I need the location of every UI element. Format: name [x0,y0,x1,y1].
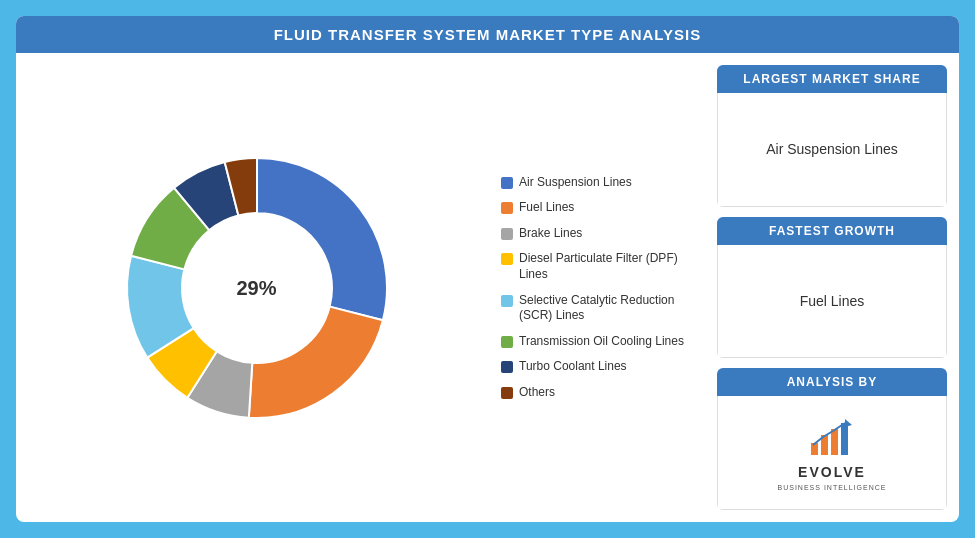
analysis-by-header: ANALYSIS BY [717,368,947,396]
right-panel: LARGEST MARKET SHARE Air Suspension Line… [717,65,947,510]
svg-rect-3 [841,423,848,455]
legend-label: Selective Catalytic Reduction (SCR) Line… [519,293,701,324]
largest-market-share-card: LARGEST MARKET SHARE Air Suspension Line… [717,65,947,207]
legend-color [501,336,513,348]
legend-item: Fuel Lines [501,200,701,216]
svg-rect-2 [831,429,838,455]
card-body: 29% Air Suspension LinesFuel LinesBrake … [16,53,959,522]
legend-color [501,387,513,399]
legend-color [501,295,513,307]
legend-item: Diesel Particulate Filter (DPF) Lines [501,251,701,282]
legend-label: Transmission Oil Cooling Lines [519,334,684,350]
analysis-by-logo: EVOLVE BUSINESS INTELLIGENCE [717,396,947,510]
legend-label: Others [519,385,555,401]
legend-color [501,253,513,265]
legend-label: Turbo Coolant Lines [519,359,627,375]
chart-section: 29% [28,65,485,510]
legend-item: Others [501,385,701,401]
main-card: FLUID TRANSFER SYSTEM MARKET TYPE ANALYS… [16,16,959,522]
fastest-growth-header: FASTEST GROWTH [717,217,947,245]
largest-market-share-header: LARGEST MARKET SHARE [717,65,947,93]
chart-title: FLUID TRANSFER SYSTEM MARKET TYPE ANALYS… [16,16,959,53]
donut-chart: 29% [107,138,407,438]
legend-color [501,202,513,214]
legend-item: Transmission Oil Cooling Lines [501,334,701,350]
legend-item: Turbo Coolant Lines [501,359,701,375]
legend-color [501,228,513,240]
svg-marker-4 [845,419,852,427]
legend-color [501,361,513,373]
legend-label: Air Suspension Lines [519,175,632,191]
evolve-icon [807,415,857,460]
fastest-growth-value: Fuel Lines [717,245,947,359]
evolve-text: EVOLVE [798,464,866,480]
donut-center-label: 29% [236,276,276,299]
legend-item: Selective Catalytic Reduction (SCR) Line… [501,293,701,324]
legend-label: Diesel Particulate Filter (DPF) Lines [519,251,701,282]
legend-item: Air Suspension Lines [501,175,701,191]
legend-section: Air Suspension LinesFuel LinesBrake Line… [501,65,701,510]
evolve-logo: EVOLVE BUSINESS INTELLIGENCE [778,415,887,491]
legend-label: Brake Lines [519,226,582,242]
legend-label: Fuel Lines [519,200,574,216]
evolve-sub: BUSINESS INTELLIGENCE [778,484,887,491]
legend-item: Brake Lines [501,226,701,242]
largest-market-share-value: Air Suspension Lines [717,93,947,207]
legend-color [501,177,513,189]
analysis-by-card: ANALYSIS BY EVOLVE [717,368,947,510]
fastest-growth-card: FASTEST GROWTH Fuel Lines [717,217,947,359]
